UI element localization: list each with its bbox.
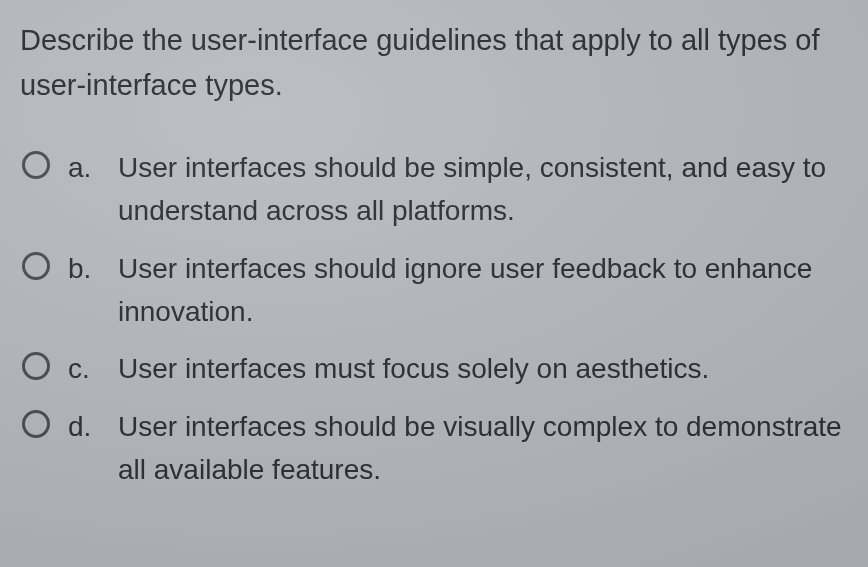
- option-b[interactable]: b. User interfaces should ignore user fe…: [22, 247, 860, 334]
- option-text: User interfaces should be visually compl…: [118, 405, 860, 492]
- option-text: User interfaces should be simple, consis…: [118, 146, 860, 233]
- option-c[interactable]: c. User interfaces must focus solely on …: [22, 347, 860, 390]
- option-letter: c.: [68, 347, 100, 390]
- question-text: Describe the user-interface guidelines t…: [20, 18, 860, 108]
- options-list: a. User interfaces should be simple, con…: [20, 146, 860, 492]
- radio-icon[interactable]: [22, 352, 50, 380]
- option-text: User interfaces should ignore user feedb…: [118, 247, 860, 334]
- radio-icon[interactable]: [22, 410, 50, 438]
- option-a[interactable]: a. User interfaces should be simple, con…: [22, 146, 860, 233]
- option-letter: d.: [68, 405, 100, 448]
- option-d[interactable]: d. User interfaces should be visually co…: [22, 405, 860, 492]
- option-text: User interfaces must focus solely on aes…: [118, 347, 709, 390]
- option-letter: b.: [68, 247, 100, 290]
- option-letter: a.: [68, 146, 100, 189]
- radio-icon[interactable]: [22, 252, 50, 280]
- radio-icon[interactable]: [22, 151, 50, 179]
